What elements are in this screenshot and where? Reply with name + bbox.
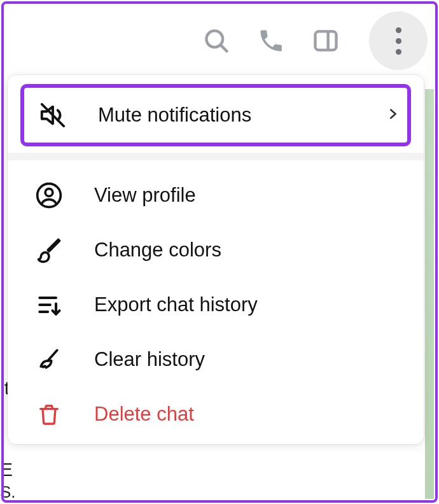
annotation-outer-frame xyxy=(1,1,438,503)
